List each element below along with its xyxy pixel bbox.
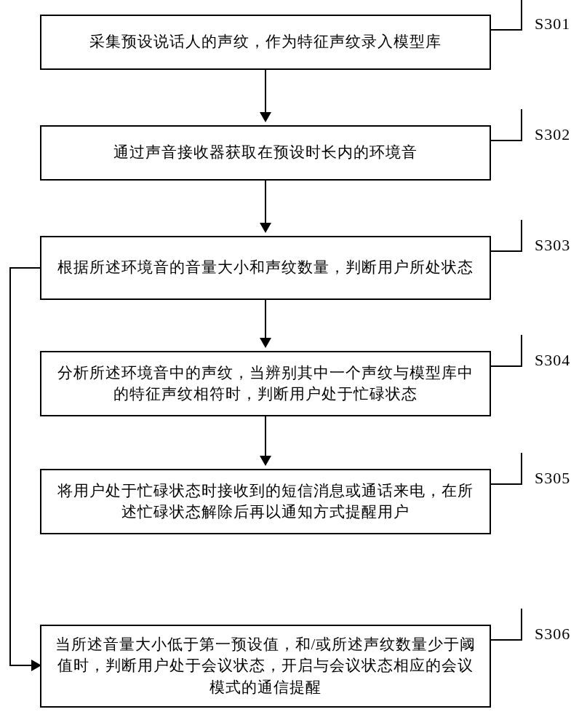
tick-s302: [490, 109, 522, 141]
tick-s306: [490, 609, 522, 641]
step-s302-text: 通过声音接收器获取在预设时长内的环境音: [113, 142, 418, 163]
step-s305: 将用户处于忙碌状态时接收到的短信消息或通话来电，在所述忙碌状态解除后再以通知方式…: [40, 469, 491, 534]
label-s304: S304: [535, 351, 570, 370]
step-s303-text: 根据所述环境音的音量大小和声纹数量，判断用户所处状态: [57, 257, 474, 278]
tick-s305: [490, 453, 522, 485]
loopback-s303-s306: [9, 267, 40, 666]
step-s301: 采集预设说话人的声纹，作为特征声纹录入模型库: [40, 15, 491, 70]
step-s302: 通过声音接收器获取在预设时长内的环境音: [40, 125, 491, 181]
step-s306-text: 当所述音量大小低于第一预设值，和/或所述声纹数量少于阈值时，判断用户处于会议状态…: [55, 634, 476, 698]
label-s305: S305: [535, 469, 570, 488]
step-s304-text: 分析所述环境音中的声纹，当辨别其中一个声纹与模型库中的特征声纹相符时，判断用户处…: [55, 363, 476, 405]
label-s301: S301: [535, 15, 570, 33]
tick-s304: [490, 335, 522, 367]
label-s303: S303: [535, 236, 570, 255]
label-s302: S302: [535, 125, 570, 144]
step-s301-text: 采集预设说话人的声纹，作为特征声纹录入模型库: [89, 31, 442, 52]
tick-s303: [490, 220, 522, 252]
label-s306: S306: [535, 625, 570, 644]
step-s306: 当所述音量大小低于第一预设值，和/或所述声纹数量少于阈值时，判断用户处于会议状态…: [40, 625, 491, 708]
tick-s301: [490, 0, 522, 31]
step-s304: 分析所述环境音中的声纹，当辨别其中一个声纹与模型库中的特征声纹相符时，判断用户处…: [40, 351, 491, 416]
flowchart-canvas: 采集预设说话人的声纹，作为特征声纹录入模型库 S301 通过声音接收器获取在预设…: [0, 0, 587, 728]
step-s303: 根据所述环境音的音量大小和声纹数量，判断用户所处状态: [40, 236, 491, 300]
step-s305-text: 将用户处于忙碌状态时接收到的短信消息或通话来电，在所述忙碌状态解除后再以通知方式…: [55, 480, 476, 523]
